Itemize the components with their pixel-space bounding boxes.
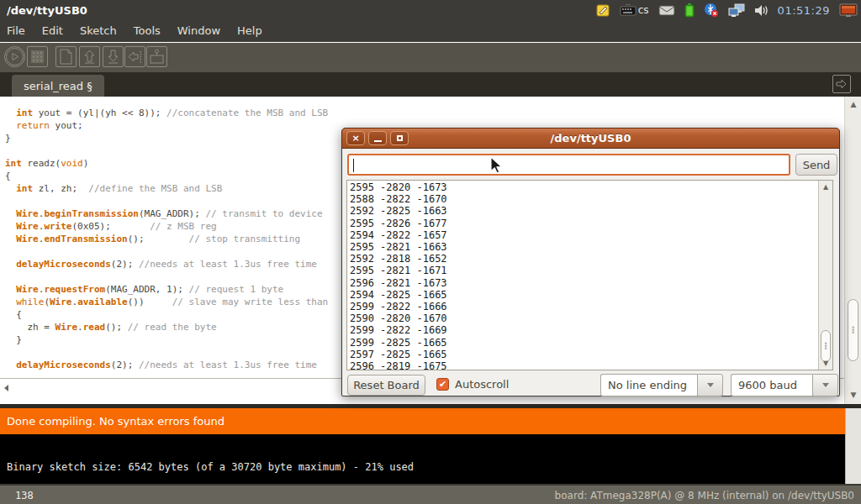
system-panel: /dev/ttyUSB0 cs 01:51:29 bbox=[0, 0, 861, 20]
bluetooth-icon[interactable] bbox=[704, 3, 719, 18]
compile-status-message: Done compiling. No syntax errors found bbox=[0, 415, 224, 428]
serial-row: 2594 -2825 -1665 bbox=[350, 289, 832, 301]
clock[interactable]: 01:51:29 bbox=[778, 4, 830, 17]
serial-scroll-thumb[interactable]: ••• bbox=[821, 330, 831, 362]
keyboard-icon bbox=[620, 4, 637, 16]
serial-output-area[interactable]: 2595 -2820 -16732588 -2822 -16702592 -28… bbox=[346, 180, 833, 370]
text-caret bbox=[353, 159, 354, 172]
active-window-title: /dev/ttyUSB0 bbox=[0, 4, 87, 17]
autoscroll-label: Autoscroll bbox=[455, 378, 509, 391]
menu-item-help[interactable]: Help bbox=[237, 21, 271, 40]
serial-monitor-window: /dev/ttyUSB0 × Send 2595 -2820 -16732588… bbox=[341, 128, 840, 396]
mail-icon[interactable] bbox=[658, 4, 675, 16]
serial-row: 2595 -2826 -1677 bbox=[350, 218, 832, 229]
serial-row: 2595 -2820 -1673 bbox=[350, 181, 832, 193]
menu-item-sketch[interactable]: Sketch bbox=[80, 21, 125, 40]
serial-rows: 2595 -2820 -16732588 -2822 -16702592 -28… bbox=[347, 181, 832, 370]
serial-row: 2595 -2821 -1671 bbox=[350, 265, 832, 276]
mouse-cursor bbox=[490, 156, 504, 178]
editor-scroll-thumb[interactable]: ••• bbox=[848, 299, 858, 361]
tab-bar: serial_read § bbox=[0, 72, 861, 97]
serial-send-input[interactable] bbox=[347, 154, 790, 176]
serial-row: 2590 -2820 -1670 bbox=[350, 312, 832, 324]
serial-row: 2599 -2825 -1665 bbox=[350, 337, 832, 349]
serial-row: 2596 -2819 -1675 bbox=[350, 360, 832, 370]
system-tray: cs 01:51:29 bbox=[596, 0, 858, 20]
serial-row: 2599 -2822 -1669 bbox=[350, 324, 832, 336]
hscroll-left-arrow-icon[interactable] bbox=[4, 385, 8, 391]
scroll-up-icon[interactable]: ▲ bbox=[819, 183, 832, 191]
code-line: int yout = (yl|(yh << 8)); //concatenate… bbox=[5, 107, 844, 119]
power-icon[interactable] bbox=[839, 3, 858, 18]
ide-statusbar: 138 board: ATmega328P(A) @ 8 MHz (intern… bbox=[0, 484, 861, 504]
menu-item-tools[interactable]: Tools bbox=[134, 21, 169, 40]
window-buttons: × bbox=[346, 131, 409, 145]
new-sketch-button[interactable] bbox=[55, 46, 77, 67]
save-sketch-button[interactable] bbox=[103, 46, 124, 67]
minimize-icon[interactable] bbox=[368, 131, 387, 145]
ide-toolbar bbox=[0, 43, 861, 72]
menu-item-window[interactable]: Window bbox=[177, 21, 229, 40]
close-icon[interactable]: × bbox=[346, 131, 365, 145]
baud-rate-dropdown-icon[interactable] bbox=[812, 374, 838, 396]
line-ending-select[interactable]: No line ending bbox=[600, 374, 697, 396]
menu-item-edit[interactable]: Edit bbox=[42, 21, 71, 40]
network-icon[interactable] bbox=[728, 3, 745, 18]
line-ending-dropdown-icon[interactable] bbox=[697, 374, 723, 396]
serial-row: 2596 -2821 -1673 bbox=[350, 277, 832, 289]
open-sketch-button[interactable] bbox=[79, 46, 100, 67]
serial-row: 2597 -2825 -1665 bbox=[350, 349, 832, 360]
scroll-down-icon[interactable]: ▼ bbox=[845, 391, 861, 399]
serial-monitor-button[interactable] bbox=[146, 46, 167, 67]
serial-row: 2588 -2822 -1670 bbox=[350, 193, 832, 205]
battery-icon[interactable] bbox=[684, 3, 695, 18]
console-scrollbar[interactable] bbox=[845, 408, 861, 484]
autoscroll-checkbox[interactable]: ✔ bbox=[436, 378, 449, 391]
notes-icon[interactable] bbox=[596, 3, 610, 18]
console-output: Binary sketch size: 6542 bytes (of a 307… bbox=[0, 434, 845, 484]
compile-status-strip: Done compiling. No syntax errors found bbox=[0, 408, 845, 434]
volume-icon[interactable] bbox=[754, 4, 769, 17]
reset-board-button[interactable]: Reset Board bbox=[347, 375, 425, 396]
tab-serial-read[interactable]: serial_read § bbox=[12, 75, 104, 97]
scroll-down-icon[interactable]: ▼ bbox=[819, 360, 832, 367]
serial-row: 2592 -2818 -1652 bbox=[350, 253, 832, 265]
serial-row: 2592 -2825 -1663 bbox=[350, 205, 832, 217]
stop-button[interactable] bbox=[27, 46, 48, 67]
console-text: Binary sketch size: 6542 bytes (of a 307… bbox=[0, 434, 845, 473]
scroll-up-icon[interactable]: ▲ bbox=[845, 100, 861, 108]
tab-menu-button[interactable] bbox=[832, 75, 851, 93]
keyboard-layout-indicator[interactable]: cs bbox=[620, 4, 649, 16]
send-button[interactable]: Send bbox=[795, 154, 837, 176]
line-number: 138 bbox=[15, 490, 34, 501]
maximize-icon[interactable] bbox=[390, 131, 409, 145]
verify-button[interactable] bbox=[4, 46, 25, 67]
menu-item-file[interactable]: File bbox=[7, 21, 34, 40]
serial-row: 2595 -2821 -1663 bbox=[350, 241, 832, 253]
serial-monitor-titlebar[interactable]: /dev/ttyUSB0 × bbox=[341, 128, 840, 149]
serial-vscrollbar[interactable]: ▲ ••• ▼ bbox=[818, 181, 832, 370]
serial-row: 2599 -2822 -1666 bbox=[350, 301, 832, 312]
editor-vscrollbar[interactable]: ▲ ••• ▼ bbox=[844, 97, 861, 404]
upload-button[interactable] bbox=[124, 46, 145, 67]
screen: /dev/ttyUSB0 cs 01:51:29 FileEditSketchT… bbox=[0, 0, 861, 504]
serial-monitor-title: /dev/ttyUSB0 bbox=[551, 132, 631, 144]
serial-row: 2594 -2822 -1657 bbox=[350, 229, 832, 241]
menu-bar: FileEditSketchToolsWindowHelp bbox=[0, 20, 861, 42]
baud-rate-select[interactable]: 9600 baud bbox=[731, 374, 812, 396]
board-info: board: ATmega328P(A) @ 8 MHz (internal) … bbox=[555, 490, 854, 501]
